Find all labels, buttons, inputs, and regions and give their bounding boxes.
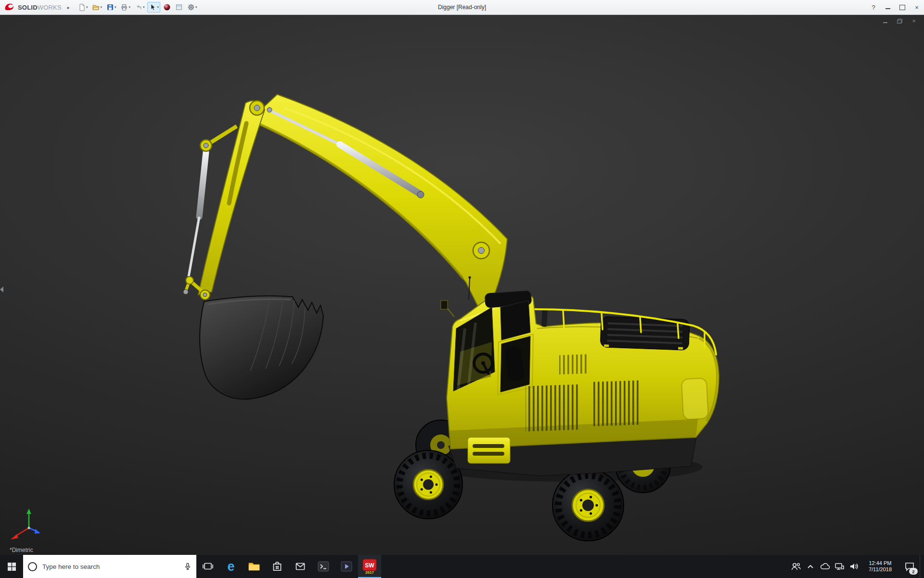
undo-button[interactable]: ▾	[133, 2, 146, 13]
command-prompt-icon	[317, 560, 330, 573]
solidworks-app-icon: SW 2017	[362, 559, 377, 574]
brand-text: SOLIDWORKS	[18, 4, 62, 11]
new-document-icon	[78, 3, 86, 11]
store-icon	[271, 561, 283, 572]
close-button[interactable]: ×	[910, 0, 924, 14]
drawing-sheet-icon	[175, 3, 183, 11]
clock-time: 12:44 PM	[861, 560, 899, 567]
drawing-sheet-button[interactable]	[174, 2, 184, 13]
child-minimize-icon	[883, 22, 887, 23]
task-view-button[interactable]	[196, 555, 219, 578]
window-controls: ? ×	[866, 0, 924, 14]
dropdown-arrow-icon[interactable]: ▾	[195, 5, 197, 9]
open-folder-icon	[92, 3, 100, 11]
panel-collapse-arrow[interactable]	[0, 284, 6, 295]
orientation-triad[interactable]	[8, 508, 50, 544]
action-center-button[interactable]: 2	[899, 555, 920, 578]
print-icon	[120, 3, 128, 11]
dropdown-arrow-icon[interactable]: ▾	[86, 5, 88, 9]
quick-toolbar: ▾ ▾ ▾ ▾	[77, 2, 199, 13]
appearance-button[interactable]	[162, 2, 172, 13]
dropdown-arrow-icon[interactable]: ▾	[157, 5, 159, 9]
people-button[interactable]	[789, 555, 803, 578]
taskbar-search-box[interactable]	[23, 555, 196, 578]
child-restore-button[interactable]	[896, 18, 903, 24]
media-app-icon	[340, 560, 353, 573]
child-restore-icon	[897, 19, 902, 24]
wheel-rear	[552, 470, 624, 541]
hidden-icons-button[interactable]	[803, 555, 818, 578]
minimize-icon	[886, 8, 890, 9]
options-button[interactable]: ▾	[186, 2, 199, 13]
store-button[interactable]	[266, 555, 289, 578]
maximize-icon	[899, 5, 905, 10]
document-window-controls: ×	[882, 18, 917, 24]
chevron-left-icon	[0, 287, 3, 292]
save-button[interactable]: ▾	[105, 2, 118, 13]
file-explorer-icon	[248, 561, 260, 572]
show-desktop-button[interactable]	[920, 555, 924, 578]
media-app-button[interactable]	[335, 555, 358, 578]
wheel-front	[394, 450, 462, 519]
mail-icon	[295, 561, 306, 572]
solidworks-taskbar-button[interactable]: SW 2017	[358, 555, 381, 578]
svg-text:SW: SW	[365, 562, 374, 569]
start-button[interactable]	[0, 555, 23, 578]
command-prompt-button[interactable]	[312, 555, 335, 578]
windows-logo-icon	[8, 563, 16, 571]
chevron-up-icon	[807, 564, 814, 569]
onedrive-tray-button[interactable]	[818, 555, 832, 578]
save-floppy-icon	[106, 3, 114, 11]
svg-text:2017: 2017	[365, 570, 374, 574]
dropdown-arrow-icon[interactable]: ▾	[115, 5, 116, 9]
excavator-model[interactable]	[0, 14, 924, 555]
solidworks-logo-icon	[4, 3, 15, 12]
desktop: SOLIDWORKS ▸ ▾ ▾ ▾	[0, 0, 924, 578]
network-icon	[834, 562, 844, 571]
bucket	[200, 296, 323, 399]
app-titlebar: SOLIDWORKS ▸ ▾ ▾ ▾	[0, 0, 924, 15]
volume-icon	[849, 562, 859, 571]
dropdown-arrow-icon[interactable]: ▾	[100, 5, 102, 9]
document-title: Digger [Read-only]	[438, 4, 486, 11]
solidworks-brand: SOLIDWORKS	[0, 3, 64, 12]
cortana-icon[interactable]	[28, 562, 37, 571]
search-input[interactable]	[41, 563, 180, 571]
print-button[interactable]: ▾	[119, 2, 132, 13]
file-explorer-button[interactable]	[243, 555, 266, 578]
select-tool-button[interactable]: ▾	[147, 2, 160, 13]
options-gear-icon	[187, 3, 195, 11]
minimize-button[interactable]	[881, 0, 895, 14]
clock-date: 7/11/2018	[861, 566, 899, 573]
dropdown-arrow-icon[interactable]: ▾	[128, 5, 130, 9]
new-document-button[interactable]: ▾	[77, 2, 90, 13]
help-button[interactable]: ?	[866, 0, 881, 14]
volume-tray-button[interactable]	[847, 555, 861, 578]
3d-viewport[interactable]: × *Dimetric	[0, 14, 924, 555]
microphone-icon[interactable]	[184, 562, 192, 571]
system-tray: 12:44 PM 7/11/2018 2	[789, 555, 924, 578]
select-cursor-icon	[149, 3, 156, 11]
excavator-body	[441, 276, 719, 476]
view-orientation-label: *Dimetric	[10, 547, 33, 553]
cloud-icon	[820, 563, 830, 570]
people-icon	[791, 562, 801, 571]
undo-icon	[135, 3, 142, 11]
access-step	[468, 437, 510, 463]
windows-taskbar: e	[0, 555, 924, 578]
open-button[interactable]: ▾	[90, 2, 103, 13]
edge-button[interactable]: e	[219, 555, 243, 578]
task-view-icon	[202, 561, 214, 572]
x-axis	[15, 528, 29, 536]
dropdown-arrow-icon[interactable]: ▾	[143, 5, 145, 9]
menu-expand-arrow-icon[interactable]: ▸	[64, 4, 73, 11]
appearance-sphere-icon	[163, 3, 171, 11]
taskbar-clock[interactable]: 12:44 PM 7/11/2018	[861, 555, 899, 578]
notification-badge: 2	[909, 568, 918, 575]
child-minimize-button[interactable]	[882, 18, 888, 24]
edge-icon: e	[227, 560, 234, 573]
child-close-button[interactable]: ×	[911, 18, 917, 24]
network-tray-button[interactable]	[832, 555, 847, 578]
mail-button[interactable]	[289, 555, 312, 578]
maximize-button[interactable]	[895, 0, 910, 14]
